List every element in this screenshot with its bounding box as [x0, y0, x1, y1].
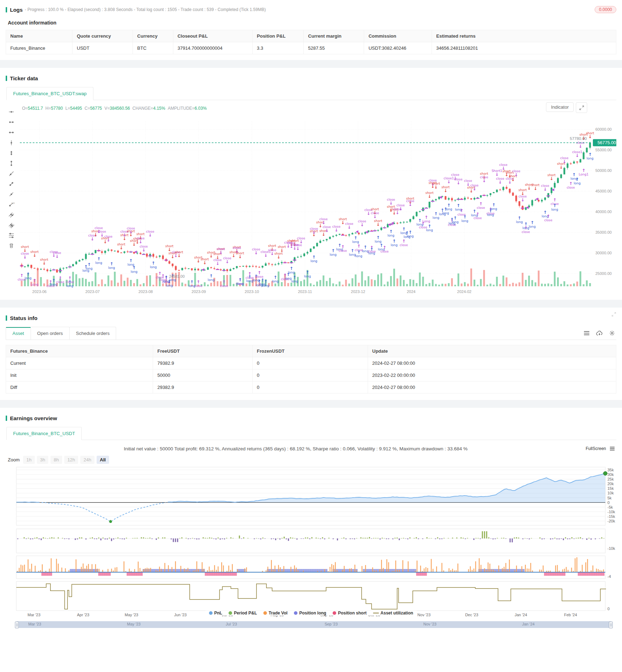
svg-text:short: short	[586, 131, 594, 135]
svg-text:↑: ↑	[424, 215, 428, 220]
tab-asset[interactable]: Asset	[6, 327, 31, 340]
straight-line-icon[interactable]	[8, 191, 15, 197]
zoom-button-8h[interactable]: 8h	[50, 456, 62, 464]
svg-text:short: short	[117, 243, 126, 246]
svg-text:2023-09: 2023-09	[191, 289, 206, 294]
legend-item-trade-vol[interactable]: Trade Vol	[263, 611, 287, 616]
svg-text:↑: ↑	[274, 275, 277, 280]
tab-futures-binance-btc-usdt-swap[interactable]: Futures_Binance_BTC_USDT:swap	[6, 87, 93, 100]
asset-cell: 0	[253, 369, 368, 381]
horizontal-ray-icon[interactable]	[8, 109, 15, 115]
chart-menu-icon[interactable]	[610, 446, 615, 451]
legend-item-asset-utilization[interactable]: Asset utilization	[373, 611, 413, 616]
svg-text:close: close	[358, 220, 367, 223]
svg-text:short: short	[531, 183, 540, 187]
svg-text:↑: ↑	[476, 212, 480, 217]
legend-item-position-long[interactable]: Position long	[294, 611, 326, 616]
price-line-icon[interactable]: 123	[8, 201, 15, 208]
zoom-button-1h[interactable]: 1h	[23, 456, 34, 464]
svg-text:↑: ↑	[479, 201, 483, 206]
cloud-download-icon[interactable]	[596, 331, 603, 336]
svg-text:↑: ↑	[389, 229, 393, 234]
zoom-button-all[interactable]: All	[97, 456, 109, 464]
earnings-stats-line: Initial net value : 50000 Total profit: …	[6, 446, 586, 451]
svg-text:long: long	[442, 211, 449, 215]
vertical-ray-icon[interactable]	[8, 140, 15, 146]
vertical-segment-icon[interactable]	[8, 150, 15, 156]
svg-text:Apr '23: Apr '23	[77, 613, 90, 617]
tab-open-orders[interactable]: Open orders	[31, 327, 70, 340]
svg-text:↑: ↑	[524, 222, 528, 227]
parallel-line-icon[interactable]	[8, 212, 15, 218]
svg-text:short: short	[480, 172, 488, 175]
svg-text:↑: ↑	[383, 245, 386, 250]
legend-item-pnl[interactable]: PnL	[209, 611, 222, 616]
svg-text:short: short	[201, 258, 209, 261]
svg-text:↑: ↑	[190, 280, 194, 284]
svg-text:↓: ↓	[123, 233, 126, 238]
svg-text:↑: ↑	[363, 245, 367, 250]
logs-section: Logs - Progress : 100.0 % - Elapsed (sec…	[0, 0, 622, 60]
svg-text:close: close	[104, 235, 113, 238]
range-navigator[interactable]: Mar '23May '23Jul '23Sep '23Nov '23Jan '…	[16, 621, 611, 628]
legend-item-position-short[interactable]: Position short	[332, 611, 367, 616]
chart-fullscreen-icon[interactable]	[576, 102, 587, 113]
ray-icon[interactable]	[8, 170, 15, 177]
svg-text:short: short	[40, 258, 49, 261]
svg-text:↓: ↓	[347, 225, 351, 230]
svg-text:15k: 15k	[607, 486, 614, 491]
status-section: Status info AssetOpen ordersSchedule ord…	[0, 308, 622, 400]
kline-chart[interactable]: O=54511.7H=57780L=54495C=56775V=384560.5…	[6, 100, 616, 298]
zoom-button-3h[interactable]: 3h	[37, 456, 48, 464]
asset-col-header: Futures_Binance	[6, 345, 153, 357]
vertical-line-icon[interactable]	[8, 160, 15, 167]
svg-text:long: long	[516, 220, 523, 224]
earnings-charts[interactable]: 35k30k25k20k15k10k5k0-5k-10k-15k-20kPnL-…	[6, 466, 616, 620]
list-view-icon[interactable]	[584, 331, 590, 336]
tab-futures-binance-btc-usdt[interactable]: Futures_Binance_BTC_USDT	[6, 427, 82, 440]
svg-text:long: long	[426, 228, 433, 232]
svg-text:↑: ↑	[20, 273, 23, 278]
account-cell: BTC	[133, 42, 173, 54]
legend-dot-swatch	[294, 611, 297, 615]
fullscreen-button[interactable]: FullScreen	[586, 446, 615, 451]
svg-text:2024-02: 2024-02	[457, 289, 471, 294]
svg-text:↑: ↑	[209, 273, 213, 278]
navigator-handle-right[interactable]	[609, 622, 613, 628]
svg-text:long: long	[407, 234, 413, 238]
asset-cell: 2024-02-27 08:00:00	[368, 357, 616, 369]
account-col-header: Commission	[364, 30, 432, 42]
horizontal-line-icon[interactable]	[8, 129, 15, 136]
svg-text:↓: ↓	[527, 186, 531, 191]
candlestick-canvas[interactable]: 60000.0055000.0050000.0045000.0040000.00…	[6, 100, 616, 298]
delete-icon[interactable]	[8, 243, 15, 249]
account-info-title: Account information	[8, 20, 616, 26]
svg-text:↑: ↑	[588, 152, 592, 157]
svg-text:close: close	[220, 284, 228, 288]
svg-text:↑: ↑	[553, 203, 557, 208]
svg-text:↓: ↓	[367, 211, 370, 216]
svg-text:↑: ↑	[456, 203, 460, 208]
segment-icon[interactable]	[8, 181, 15, 187]
settings-gear-icon[interactable]	[609, 330, 615, 336]
section-accent-bar	[6, 7, 7, 12]
svg-text:↑: ↑	[26, 272, 30, 277]
svg-text:short: short	[175, 250, 183, 254]
indicator-button[interactable]: Indicator	[546, 102, 574, 112]
navigator-handle-left[interactable]	[15, 622, 19, 628]
legend-item-period-p&l[interactable]: Period P&L	[229, 611, 257, 616]
zoom-button-12h[interactable]: 12h	[64, 456, 79, 464]
horizontal-segment-icon[interactable]	[8, 119, 15, 125]
fibonacci-line-icon[interactable]	[8, 232, 15, 239]
svg-text:↓: ↓	[447, 179, 450, 184]
svg-text:0: 0	[607, 500, 610, 505]
tab-schedule-orders[interactable]: Schedule orders	[69, 327, 117, 340]
asset-cell: 29382.9	[153, 381, 253, 394]
account-table-row: Futures_BinanceUSDTBTC37914.700000000004…	[6, 42, 616, 54]
ohlc-part: CHANGE=	[132, 106, 153, 111]
status-expand-icon[interactable]	[611, 312, 616, 317]
price-channel-icon[interactable]	[8, 222, 15, 228]
svg-text:Long1: Long1	[579, 173, 589, 176]
zoom-button-24h[interactable]: 24h	[80, 456, 94, 464]
svg-text:↑: ↑	[87, 262, 91, 267]
